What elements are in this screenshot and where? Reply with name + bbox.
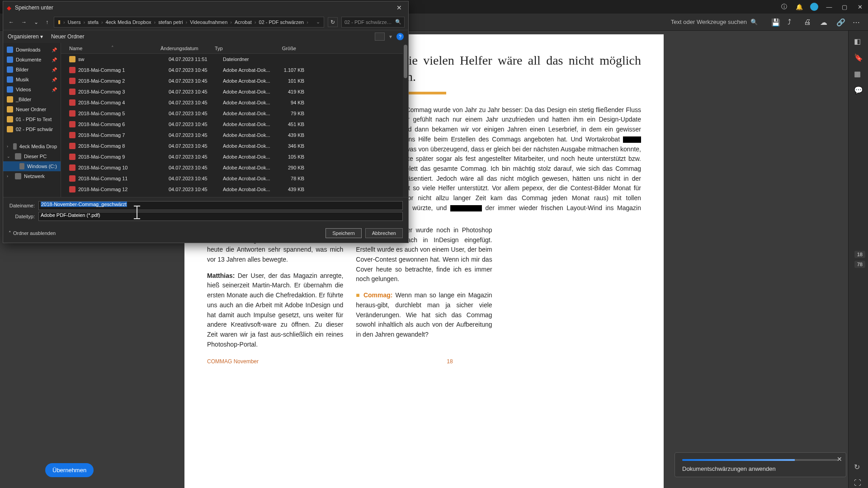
speaker-label: Matthias: (207, 272, 235, 279)
dialog-titlebar: ◆ Speichern unter ✕ (3, 1, 408, 14)
file-row[interactable]: 2018-Mai-Commag 6 04.07.2023 10:45 Adobe… (61, 119, 408, 130)
help-icon[interactable]: ⓘ (779, 2, 788, 11)
bookmark-icon[interactable]: 🔖 (854, 53, 863, 62)
nav-back-icon[interactable]: ← (7, 17, 16, 27)
view-mode-button[interactable] (375, 33, 385, 41)
comment-icon[interactable]: 💬 (854, 86, 863, 95)
page-indicator[interactable]: 18 (854, 251, 865, 258)
cloud-icon[interactable]: ☁ (820, 18, 828, 26)
grid-icon[interactable]: ▦ (854, 70, 863, 79)
footer-title: COMMAG November (207, 358, 259, 365)
search-label: Text oder Werkzeuge suchen (671, 19, 747, 25)
file-row[interactable]: 2018-Mai-Commag 2 04.07.2023 10:45 Adobe… (61, 75, 408, 86)
tree-item[interactable]: Windows (C:) (3, 161, 61, 171)
toast-close-icon[interactable]: ✕ (837, 455, 842, 463)
dialog-footer: ˄ Ordner ausblenden Speichern Abbrechen (3, 225, 408, 243)
file-row[interactable]: 2018-Mai-Commag 3 04.07.2023 10:45 Adobe… (61, 86, 408, 97)
sidebar-item[interactable]: 01 - PDF to Text (3, 114, 61, 124)
file-row[interactable]: 2018-Mai-Commag 7 04.07.2023 10:45 Adobe… (61, 130, 408, 141)
sidebar-item[interactable]: Videos📌 (3, 84, 61, 94)
progress-bar (682, 459, 839, 461)
panel-icon[interactable]: ◧ (854, 37, 863, 46)
sidebar-item[interactable]: Dokumente📌 (3, 55, 61, 65)
bell-icon[interactable]: 🔔 (795, 2, 804, 11)
filetype-select[interactable]: Adobe PDF-Dateien (*.pdf) (38, 212, 403, 221)
dialog-close-icon[interactable]: ✕ (394, 3, 405, 12)
more-icon[interactable]: ⋯ (853, 18, 861, 26)
search-placeholder: 02 - PDF schwärzen durchsu... (344, 19, 392, 25)
redaction-block (623, 136, 641, 143)
col-name[interactable]: Name ˄ (61, 45, 160, 51)
col-date[interactable]: Änderungsdatum (160, 46, 215, 51)
file-row[interactable]: 2018-Mai-Commag 11 04.07.2023 10:45 Adob… (61, 173, 408, 184)
refresh-icon[interactable]: ↻ (854, 463, 863, 472)
sidebar-item[interactable]: Neuer Ordner (3, 104, 61, 114)
file-list: Name ˄ Änderungsdatum Typ Größe sw 04.07… (61, 43, 408, 197)
breadcrumb[interactable]: ▮ › Users› stefa› 4eck Media Dropbox› st… (54, 17, 324, 28)
sidebar-item[interactable]: Bilder📌 (3, 65, 61, 75)
cancel-button[interactable]: Abbrechen (365, 228, 403, 238)
save-icon[interactable]: 💾 (771, 18, 779, 26)
scrollbar-thumb[interactable] (404, 45, 407, 78)
filename-fields: Dateiname: 2018-November-Commag_geschwär… (3, 197, 408, 225)
progress-toast: ✕ Dokumentschwärzungen anwenden (675, 452, 846, 477)
filetype-label: Dateityp: (9, 214, 35, 219)
file-row[interactable]: 2018-Mai-Commag 10 04.07.2023 10:45 Adob… (61, 162, 408, 173)
body-paragraph: Stefan: Das Commag wurde von Jahr zu Jah… (369, 105, 641, 223)
sidebar-item[interactable]: Musik📌 (3, 75, 61, 84)
file-row[interactable]: 2018-Mai-Commag 12 04.07.2023 10:45 Adob… (61, 184, 408, 195)
pdf-app-icon: ◆ (7, 5, 11, 11)
nav-up-icon[interactable]: ↑ (44, 17, 50, 27)
file-row[interactable]: 2018-Mai-Commag 13 04.07.2023 10:45 Adob… (61, 195, 408, 197)
filename-input[interactable]: 2018-November-Commag_geschwärzt (38, 201, 403, 210)
nav-refresh-icon[interactable]: ↻ (328, 17, 338, 27)
nav-recent-icon[interactable]: ⌄ (32, 17, 40, 27)
headline: Ohne die vielen Helfer wäre all das nich… (369, 52, 641, 85)
question-label: Commag: (356, 291, 392, 299)
file-list-header: Name ˄ Änderungsdatum Typ Größe (61, 43, 408, 54)
hide-folders-toggle[interactable]: ˄ Ordner ausblenden (9, 230, 56, 236)
col-type[interactable]: Typ (215, 46, 264, 51)
search-icon: 🔍 (395, 19, 401, 25)
search-icon: 🔍 (750, 19, 758, 25)
footer-page-number: 18 (447, 358, 453, 365)
help-icon[interactable]: ? (396, 33, 404, 40)
tree-item[interactable]: ›Netzwerk (3, 171, 61, 181)
file-row[interactable]: 2018-Mai-Commag 9 04.07.2023 10:45 Adobe… (61, 151, 408, 162)
tree-item[interactable]: ⌄Dieser PC (3, 151, 61, 161)
file-row[interactable]: sw 04.07.2023 11:51 Dateiordner (61, 54, 408, 65)
page-total: 78 (854, 261, 865, 268)
sidebar-item[interactable]: Downloads📌 (3, 45, 61, 55)
expand-icon[interactable]: ⛶ (854, 479, 863, 488)
col-size[interactable]: Größe (264, 46, 301, 51)
dialog-toolbar: Organisieren ▾ Neuer Ordner ▾ ? (3, 30, 408, 43)
dialog-nav: ← → ⌄ ↑ ▮ › Users› stefa› 4eck Media Dro… (3, 14, 408, 30)
nav-forward-icon[interactable]: → (19, 17, 28, 27)
print-icon[interactable]: 🖨 (804, 18, 812, 26)
share-icon[interactable]: ⤴ (788, 18, 796, 26)
sidebar-item[interactable]: 02 - PDF schwär (3, 124, 61, 134)
redaction-block (450, 205, 482, 211)
new-folder-button[interactable]: Neuer Ordner (51, 33, 84, 40)
body-paragraph: Matthias: Der User, der das Magazin anre… (207, 271, 343, 350)
sidebar-item[interactable]: _Bilder (3, 94, 61, 104)
file-row[interactable]: 2018-Mai-Commag 4 04.07.2023 10:45 Adobe… (61, 97, 408, 108)
filename-label: Dateiname: (9, 203, 35, 208)
scrollbar[interactable] (403, 43, 408, 197)
organize-button[interactable]: Organisieren ▾ (8, 33, 43, 40)
close-icon[interactable]: ✕ (855, 2, 864, 11)
maximize-icon[interactable]: ▢ (840, 2, 849, 11)
avatar[interactable] (810, 3, 818, 11)
apply-redactions-button[interactable]: Übernehmen (45, 463, 94, 477)
save-button[interactable]: Speichern (326, 228, 362, 238)
folder-search[interactable]: 02 - PDF schwärzen durchsu... 🔍 (341, 17, 405, 28)
file-row[interactable]: 2018-Mai-Commag 1 04.07.2023 10:45 Adobe… (61, 65, 408, 75)
minimize-icon[interactable]: — (825, 2, 834, 11)
file-row[interactable]: 2018-Mai-Commag 5 04.07.2023 10:45 Adobe… (61, 108, 408, 119)
tree-item[interactable]: ›4eck Media Drop (3, 141, 61, 151)
dialog-sidebar: Downloads📌Dokumente📌Bilder📌Musik📌Videos📌… (3, 43, 61, 197)
link-icon[interactable]: 🔗 (836, 18, 844, 26)
folder-icon: ▮ (58, 19, 61, 25)
file-row[interactable]: 2018-Mai-Commag 8 04.07.2023 10:45 Adobe… (61, 141, 408, 151)
global-search[interactable]: Text oder Werkzeuge suchen 🔍 (671, 19, 758, 25)
